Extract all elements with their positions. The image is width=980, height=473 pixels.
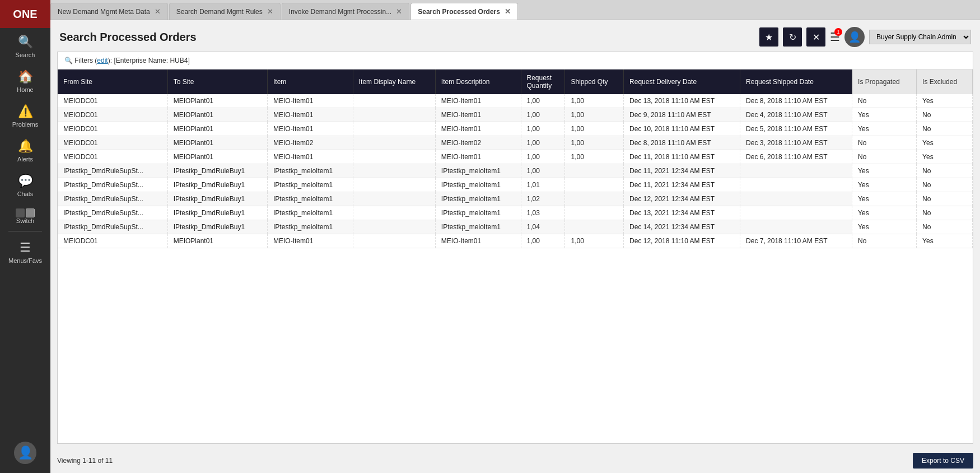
table-row[interactable]: MEIODC01MEIOPlant01MEIO-Item01MEIO-Item0… — [58, 234, 973, 248]
filters-label: Filters — [74, 57, 93, 64]
table-cell: MEIOPlant01 — [167, 150, 267, 164]
notification-badge: 1 — [834, 28, 842, 36]
sidebar-item-home[interactable]: 🏠 Home — [0, 63, 50, 98]
table-cell: IPtestkp_DmdRuleSupSt... — [58, 220, 167, 234]
col-shipped-qty: Shipped Qty — [565, 69, 624, 94]
table-cell — [565, 192, 624, 206]
table-cell — [565, 178, 624, 192]
tab-new-demand[interactable]: New Demand Mgmt Meta Data ✕ — [50, 3, 168, 20]
table-cell: 1,01 — [521, 178, 565, 192]
table-cell: No — [917, 220, 973, 234]
switch-icon-left — [16, 208, 25, 217]
col-is-excluded: Is Excluded — [917, 69, 973, 94]
sidebar-item-switch[interactable]: Switch — [0, 202, 50, 229]
table-cell: MEIO-Item01 — [435, 122, 521, 136]
table-cell: 1,00 — [565, 94, 624, 108]
table-cell: IPtestkp_meioItem1 — [268, 220, 353, 234]
table-cell: IPtestkp_meioItem1 — [268, 164, 353, 178]
problems-icon: ⚠️ — [18, 104, 33, 119]
table-row[interactable]: MEIODC01MEIOPlant01MEIO-Item01MEIO-Item0… — [58, 108, 973, 122]
user-avatar-button[interactable]: 👤 — [844, 27, 865, 47]
table-cell: No — [917, 164, 973, 178]
sidebar-item-menus[interactable]: ☰ Menus/Favs — [0, 234, 50, 268]
star-button[interactable]: ★ — [759, 27, 778, 47]
table-cell: Yes — [852, 108, 917, 122]
close-button[interactable]: ✕ — [806, 27, 825, 47]
table-cell: IPtestkp_meioItem1 — [435, 178, 521, 192]
table-row[interactable]: IPtestkp_DmdRuleSupSt...IPtestkp_DmdRule… — [58, 220, 973, 234]
app-logo[interactable]: ONE — [0, 0, 50, 28]
table-row[interactable]: MEIODC01MEIOPlant01MEIO-Item01MEIO-Item0… — [58, 94, 973, 108]
table-cell: MEIOPlant01 — [167, 136, 267, 150]
table-cell: No — [852, 94, 917, 108]
enterprise-filter: [Enterprise Name: HUB4] — [114, 57, 189, 64]
page-header: Search Processed Orders ★ ↻ ✕ ☰ 1 👤 Buye… — [50, 20, 980, 52]
table-cell: Dec 4, 2018 11:10 AM EST — [740, 108, 852, 122]
table-cell: IPtestkp_meioItem1 — [268, 192, 353, 206]
page-title: Search Processed Orders — [59, 31, 197, 44]
table-cell — [353, 136, 435, 150]
col-item-description: Item Description — [435, 69, 521, 94]
tab-search-orders[interactable]: Search Processed Orders ✕ — [410, 3, 518, 20]
table-row[interactable]: IPtestkp_DmdRuleSupSt...IPtestkp_DmdRule… — [58, 206, 973, 220]
header-actions: ★ ↻ ✕ ☰ 1 👤 Buyer Supply Chain Admin — [759, 27, 971, 47]
table-cell: IPtestkp_DmdRuleSupSt... — [58, 206, 167, 220]
table-cell: Yes — [917, 94, 973, 108]
user-role-select[interactable]: Buyer Supply Chain Admin — [869, 30, 971, 44]
table-cell: MEIO-Item02 — [268, 136, 353, 150]
table-scroll[interactable]: From Site To Site Item Item Display Name… — [58, 69, 973, 443]
tab-label: Invoke Demand Mgmt Processin... — [289, 8, 391, 16]
table-cell: No — [917, 108, 973, 122]
tab-label: New Demand Mgmt Meta Data — [58, 8, 150, 16]
table-cell: Dec 7, 2018 11:10 AM EST — [740, 234, 852, 248]
refresh-button[interactable]: ↻ — [783, 27, 802, 47]
table-row[interactable]: IPtestkp_DmdRuleSupSt...IPtestkp_DmdRule… — [58, 164, 973, 178]
table-cell: 1,00 — [521, 234, 565, 248]
table-row[interactable]: MEIODC01MEIOPlant01MEIO-Item02MEIO-Item0… — [58, 136, 973, 150]
table-cell: 1,00 — [521, 150, 565, 164]
table-cell — [565, 206, 624, 220]
sidebar-item-label: Chats — [17, 191, 34, 197]
table-cell: IPtestkp_DmdRuleBuy1 — [167, 192, 267, 206]
menus-icon: ☰ — [20, 240, 31, 255]
table-row[interactable]: IPtestkp_DmdRuleSupSt...IPtestkp_DmdRule… — [58, 178, 973, 192]
tab-close-icon[interactable]: ✕ — [396, 8, 402, 15]
tab-close-icon[interactable]: ✕ — [267, 8, 273, 15]
table-cell: IPtestkp_DmdRuleBuy1 — [167, 220, 267, 234]
table-cell: 1,00 — [565, 150, 624, 164]
table-cell: MEIO-Item01 — [435, 150, 521, 164]
table-cell: Yes — [917, 234, 973, 248]
table-cell: Dec 5, 2018 11:10 AM EST — [740, 122, 852, 136]
sidebar-item-alerts[interactable]: 🔔 Alerts — [0, 132, 50, 167]
table-row[interactable]: MEIODC01MEIOPlant01MEIO-Item01MEIO-Item0… — [58, 122, 973, 136]
table-cell: Yes — [852, 122, 917, 136]
user-avatar[interactable]: 👤 — [14, 442, 36, 464]
table-cell: Yes — [917, 136, 973, 150]
alerts-icon: 🔔 — [18, 139, 33, 154]
table-cell: MEIOPlant01 — [167, 122, 267, 136]
table-cell — [353, 108, 435, 122]
tab-close-icon[interactable]: ✕ — [155, 8, 161, 15]
table-cell — [353, 206, 435, 220]
table-cell: Yes — [852, 178, 917, 192]
tab-label: Search Demand Mgmt Rules — [176, 8, 263, 16]
table-cell: MEIO-Item01 — [435, 108, 521, 122]
table-cell — [353, 150, 435, 164]
tab-search-rules[interactable]: Search Demand Mgmt Rules ✕ — [169, 3, 281, 20]
table-cell: 1,02 — [521, 192, 565, 206]
table-cell: MEIODC01 — [58, 150, 167, 164]
sidebar-item-search[interactable]: 🔍 Search — [0, 28, 50, 63]
tab-invoke[interactable]: Invoke Demand Mgmt Processin... ✕ — [282, 3, 409, 20]
table-row[interactable]: MEIODC01MEIOPlant01MEIO-Item01MEIO-Item0… — [58, 150, 973, 164]
sidebar-item-label: Menus/Favs — [8, 257, 42, 264]
table-row[interactable]: IPtestkp_DmdRuleSupSt...IPtestkp_DmdRule… — [58, 192, 973, 206]
tab-close-icon[interactable]: ✕ — [505, 8, 511, 15]
table-cell: IPtestkp_meioItem1 — [435, 220, 521, 234]
menu-button[interactable]: ☰ 1 — [830, 30, 840, 44]
sidebar-item-problems[interactable]: ⚠️ Problems — [0, 98, 50, 132]
export-csv-button[interactable]: Export to CSV — [913, 453, 973, 469]
edit-filter-link[interactable]: edit — [97, 57, 108, 64]
sidebar-item-chats[interactable]: 💬 Chats — [0, 167, 50, 202]
table-cell: No — [852, 136, 917, 150]
table-cell: IPtestkp_DmdRuleBuy1 — [167, 164, 267, 178]
